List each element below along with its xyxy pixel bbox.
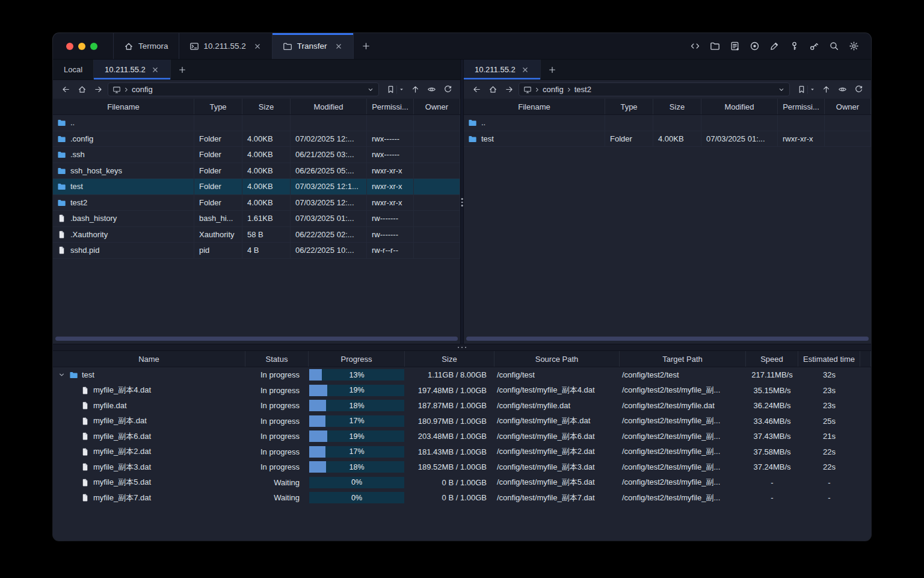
show-hidden-button[interactable] (836, 83, 849, 96)
folder-icon[interactable] (709, 41, 720, 52)
column-header-permissions[interactable]: Permissi... (778, 99, 825, 114)
search-icon[interactable] (828, 41, 839, 52)
home-button[interactable] (486, 83, 499, 96)
breadcrumb-segment[interactable]: test2 (574, 85, 591, 94)
refresh-button[interactable] (441, 83, 454, 96)
bookmark-dropdown-caret[interactable] (397, 84, 405, 95)
file-row[interactable]: .Xauthority Xauthority 58 B 06/22/2025 0… (53, 227, 460, 243)
show-hidden-button[interactable] (425, 83, 438, 96)
transfer-row[interactable]: test In progress 13% 1.11GB / 8.00GB /co… (53, 367, 871, 383)
bookmark-icon[interactable] (384, 83, 396, 96)
close-icon[interactable] (253, 42, 262, 51)
breadcrumb-segment[interactable]: config (543, 85, 564, 94)
column-header-size[interactable]: Size (653, 99, 701, 114)
close-icon[interactable] (521, 66, 529, 74)
column-header-owner[interactable]: Owner (414, 99, 460, 114)
close-icon[interactable] (334, 42, 343, 51)
path-breadcrumb[interactable]: config test2 (519, 82, 790, 96)
breadcrumb-segment[interactable]: config (132, 85, 153, 94)
settings-icon[interactable] (848, 41, 859, 52)
file-row[interactable]: ssh_host_keys Folder 4.00KB 06/26/2025 0… (53, 163, 460, 179)
expand-chevron-icon[interactable] (58, 371, 66, 379)
code-icon[interactable] (689, 41, 700, 52)
upload-button[interactable] (819, 83, 833, 96)
new-panel-tab-button[interactable] (541, 60, 564, 79)
column-header-filename[interactable]: Filename (464, 99, 605, 114)
bookmark-dropdown-caret[interactable] (808, 84, 816, 95)
forward-button[interactable] (91, 83, 105, 96)
key-icon[interactable] (789, 41, 799, 52)
transfer-row[interactable]: myfile_副本6.dat In progress 19% 203.48MB … (53, 429, 871, 444)
scrollbar-thumb[interactable] (55, 337, 458, 341)
bookmark-icon[interactable] (795, 83, 807, 96)
column-header-progress[interactable]: Progress (309, 351, 405, 367)
chevron-down-icon[interactable] (778, 86, 785, 93)
back-button[interactable] (470, 83, 483, 96)
tab-remote-host[interactable]: 10.211.55.2 (94, 60, 171, 79)
file-row[interactable]: test Folder 4.00KB 07/03/2025 01:... rwx… (464, 131, 871, 148)
splitter-handle[interactable] (461, 198, 463, 207)
close-icon[interactable] (151, 66, 159, 74)
new-panel-tab-button[interactable] (171, 60, 194, 79)
column-header-speed[interactable]: Speed (746, 351, 798, 367)
scrollbar-thumb[interactable] (466, 337, 869, 341)
path-breadcrumb[interactable]: config (108, 82, 379, 96)
file-row[interactable]: .. (53, 115, 460, 131)
column-header-permissions[interactable]: Permissi... (367, 99, 414, 114)
status-text: In progress (245, 444, 309, 460)
close-window-button[interactable] (66, 43, 73, 50)
column-header-source-path[interactable]: Source Path (494, 351, 620, 367)
transfer-splitter[interactable] (53, 344, 871, 351)
home-button[interactable] (75, 83, 88, 96)
zoom-window-button[interactable] (90, 43, 97, 50)
file-row[interactable]: .ssh Folder 4.00KB 06/21/2025 03:... rwx… (53, 147, 460, 163)
forward-button[interactable] (502, 83, 516, 96)
column-header-filename[interactable]: Filename (53, 99, 194, 114)
record-icon[interactable] (749, 41, 760, 52)
column-header-type[interactable]: Type (194, 99, 242, 114)
edit-icon[interactable] (769, 41, 780, 52)
tab-termora[interactable]: Termora (114, 33, 179, 59)
column-header-size[interactable]: Size (242, 99, 291, 114)
transfer-row[interactable]: myfile_副本.dat In progress 17% 180.97MB /… (53, 414, 871, 429)
column-header-size[interactable]: Size (405, 351, 494, 367)
transfer-row[interactable]: myfile_副本5.dat Waiting 0% 0 B / 1.00GB /… (53, 475, 871, 491)
column-header-owner[interactable]: Owner (825, 99, 871, 114)
tab-transfer[interactable]: Transfer (273, 33, 354, 59)
new-tab-button[interactable] (354, 33, 379, 59)
file-row[interactable]: test2 Folder 4.00KB 07/03/2025 12:... rw… (53, 195, 460, 211)
column-header-type[interactable]: Type (605, 99, 653, 114)
chevron-down-icon[interactable] (367, 86, 374, 93)
file-row[interactable]: sshd.pid pid 4 B 06/22/2025 10:... rw-r-… (53, 243, 460, 259)
column-header-modified[interactable]: Modified (291, 99, 367, 114)
horizontal-scrollbar[interactable] (55, 337, 458, 341)
back-button[interactable] (59, 83, 72, 96)
upload-button[interactable] (408, 83, 422, 96)
file-row[interactable]: .config Folder 4.00KB 07/02/2025 12:... … (53, 131, 460, 148)
tab-local[interactable]: Local (53, 60, 94, 79)
log-icon[interactable] (729, 41, 740, 52)
left-toolbar: config (53, 80, 460, 99)
transfer-row[interactable]: myfile_副本7.dat Waiting 0% 0 B / 1.00GB /… (53, 490, 871, 506)
transfer-row[interactable]: myfile_副本4.dat In progress 19% 197.48MB … (53, 383, 871, 399)
keychain-icon[interactable] (808, 41, 819, 52)
status-text: In progress (245, 429, 309, 444)
minimize-window-button[interactable] (78, 43, 85, 50)
refresh-button[interactable] (852, 83, 865, 96)
tab-remote-host[interactable]: 10.211.55.2 (464, 60, 541, 79)
file-row-selected[interactable]: test Folder 4.00KB 07/03/2025 12:1... rw… (53, 179, 460, 195)
transfer-row[interactable]: myfile_副本3.dat In progress 18% 189.52MB … (53, 459, 871, 475)
file-row[interactable]: .bash_history bash_hi... 1.61KB 07/03/20… (53, 211, 460, 227)
file-icon (57, 246, 66, 255)
column-header-modified[interactable]: Modified (701, 99, 778, 114)
horizontal-scrollbar[interactable] (466, 337, 869, 341)
tab-host[interactable]: 10.211.55.2 (179, 33, 273, 59)
column-header-target-path[interactable]: Target Path (620, 351, 746, 367)
transfer-row[interactable]: myfile.dat In progress 18% 187.87MB / 1.… (53, 398, 871, 414)
file-row[interactable]: .. (464, 115, 871, 131)
splitter-handle[interactable] (458, 347, 467, 349)
column-header-estimated-time[interactable]: Estimated time (798, 351, 860, 367)
column-header-status[interactable]: Status (245, 351, 309, 367)
transfer-row[interactable]: myfile_副本2.dat In progress 17% 181.43MB … (53, 444, 871, 460)
column-header-name[interactable]: Name (53, 351, 245, 367)
